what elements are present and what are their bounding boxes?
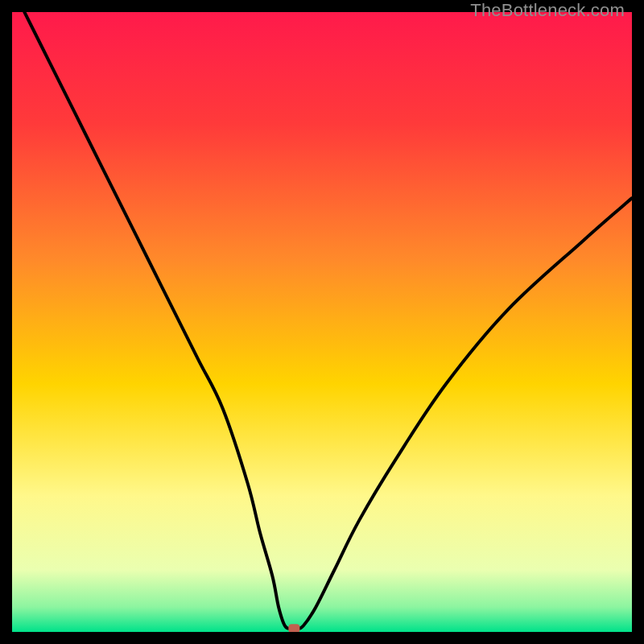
bottleneck-chart	[12, 12, 632, 632]
chart-frame	[12, 12, 632, 632]
optimum-marker	[288, 624, 299, 632]
watermark-text: TheBottleneck.com	[470, 0, 625, 21]
gradient-background	[12, 12, 632, 632]
